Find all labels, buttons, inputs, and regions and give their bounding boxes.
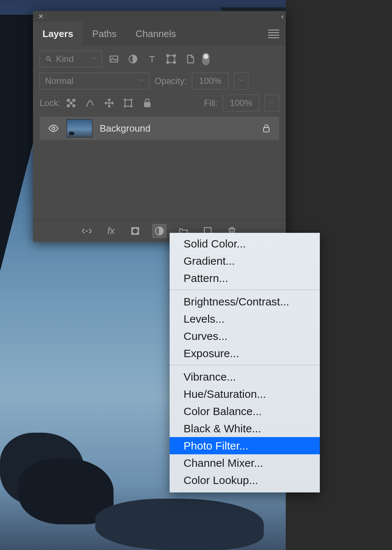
layer-empty-area [40,145,279,219]
svg-point-28 [52,127,55,130]
svg-rect-9 [167,62,169,63]
link-layers-icon[interactable] [80,224,93,238]
opacity-chevron[interactable]: ﹀ [234,73,248,89]
menu-item-channel-mixer[interactable]: Channel Mixer... [170,454,320,472]
lock-position-icon[interactable] [104,98,115,109]
layer-mask-icon[interactable] [129,224,142,238]
filter-toggle[interactable] [202,53,210,65]
svg-line-1 [50,60,52,62]
blend-mode-dropdown[interactable]: Normal ﹀ [40,73,149,89]
svg-point-0 [46,56,50,60]
menu-item-exposure[interactable]: Exposure... [170,345,320,362]
layer-row[interactable]: Background [40,117,279,140]
opacity-label: Opacity: [155,76,187,86]
menu-separator [170,365,320,365]
svg-rect-27 [144,102,151,107]
menu-separator [170,290,320,290]
fill-input[interactable]: 100% [223,95,259,111]
svg-rect-14 [67,104,70,107]
lock-image-icon[interactable] [85,98,96,109]
svg-rect-7 [167,55,169,56]
fill-label: Fill: [204,98,218,108]
layer-style-icon[interactable]: fx [104,224,118,238]
menu-item-gradient[interactable]: Gradient... [170,252,320,270]
filter-pixel-icon[interactable] [107,52,121,66]
filter-type-icon[interactable] [145,52,159,66]
fill-chevron[interactable]: ﹀ [265,95,279,111]
chevron-down-icon: ﹀ [91,56,96,62]
panel-tabs: Layers Paths Channels [33,22,286,45]
lock-artboard-icon[interactable] [123,98,134,109]
lock-all-icon[interactable] [142,98,153,109]
opacity-input[interactable]: 100% [192,73,229,89]
filter-adjustment-icon[interactable] [126,52,140,66]
layers-panel: ✕ ‹‹ Layers Paths Channels Kind ﹀ Normal [33,11,286,242]
panel-titlebar: ✕ ‹‹ [33,11,286,22]
filter-shape-icon[interactable] [164,52,178,66]
svg-rect-18 [125,100,132,106]
svg-rect-13 [70,102,73,104]
svg-point-31 [133,228,138,234]
menu-item-color-lookup[interactable]: Color Lookup... [170,472,320,489]
close-icon[interactable]: ✕ [37,13,44,20]
lock-icon[interactable] [262,124,271,133]
menu-item-levels[interactable]: Levels... [170,310,320,327]
menu-item-solid-color[interactable]: Solid Color... [170,235,320,252]
tab-paths[interactable]: Paths [83,22,126,45]
filter-smartobject-icon[interactable] [183,52,197,66]
menu-item-color-balance[interactable]: Color Balance... [170,403,320,420]
svg-rect-12 [73,99,75,102]
filter-type-label: Kind [56,54,74,64]
tab-channels[interactable]: Channels [126,22,185,45]
svg-rect-15 [73,104,75,107]
lock-label: Lock: [40,98,60,108]
adjustment-layer-menu: Solid Color... Gradient... Pattern... Br… [170,233,320,492]
svg-rect-8 [174,55,175,56]
tab-layers[interactable]: Layers [33,22,83,45]
bg-shape [95,499,264,550]
chevron-down-icon: ﹀ [139,78,144,84]
menu-item-pattern[interactable]: Pattern... [170,270,320,287]
svg-rect-11 [67,99,70,102]
visibility-icon[interactable] [48,122,59,134]
menu-item-photo-filter[interactable]: Photo Filter... [170,437,320,454]
adjustment-layer-icon[interactable] [153,224,166,238]
panel-menu-icon[interactable] [268,30,279,38]
layer-thumbnail[interactable] [67,119,92,138]
menu-item-brightness-contrast[interactable]: Brightness/Contrast... [170,293,320,310]
filter-type-dropdown[interactable]: Kind ﹀ [40,51,102,67]
menu-item-vibrance[interactable]: Vibrance... [170,368,320,385]
menu-item-black-white[interactable]: Black & White... [170,420,320,437]
layer-name: Background [100,123,151,134]
lock-transparent-icon[interactable] [66,98,77,109]
panel-body: Kind ﹀ Normal ﹀ Opacity: 100% ﹀ Lock: [33,45,286,219]
svg-rect-29 [263,128,269,132]
svg-rect-10 [174,62,175,63]
blend-mode-value: Normal [45,76,73,86]
menu-item-curves[interactable]: Curves... [170,327,320,345]
menu-item-hue-saturation[interactable]: Hue/Saturation... [170,385,320,403]
